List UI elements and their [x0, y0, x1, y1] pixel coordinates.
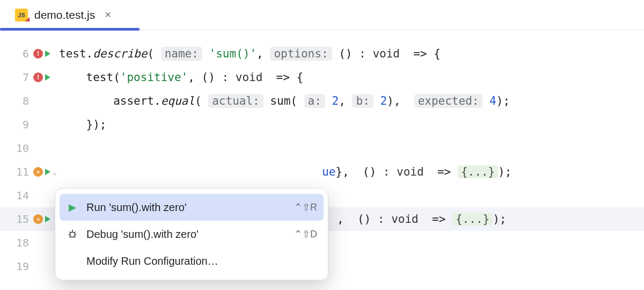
- gutter-icons[interactable]: ✕ ⌄: [33, 160, 59, 184]
- line-number: 15: [0, 207, 33, 231]
- warning-icon[interactable]: ✕: [33, 167, 43, 177]
- error-icon[interactable]: !: [33, 49, 43, 59]
- shortcut: ⌃⇧D: [294, 228, 317, 240]
- gutter-icons[interactable]: !: [33, 73, 59, 82]
- line-number: 11: [0, 160, 33, 184]
- menu-item-label: Debug 'sum().with zero': [86, 228, 199, 241]
- line-number: 14: [0, 184, 33, 207]
- line-number: 9: [0, 113, 33, 136]
- line-number: 8: [0, 89, 33, 113]
- tab-filename: demo.test.js: [34, 9, 95, 21]
- menu-modify-run-config[interactable]: Modify Run Configuration…: [55, 248, 328, 274]
- gutter-icons[interactable]: !: [33, 49, 59, 59]
- context-menu: ▶ Run 'sum().with zero' ⌃⇧R Debug 'sum()…: [55, 188, 328, 280]
- play-icon: ▶: [66, 201, 79, 213]
- line-number: 7: [0, 66, 33, 89]
- run-gutter-icon[interactable]: [45, 216, 50, 222]
- menu-debug[interactable]: Debug 'sum().with zero' ⌃⇧D: [55, 221, 328, 248]
- svg-point-0: [70, 232, 75, 237]
- menu-item-label: Run 'sum().with zero': [86, 201, 187, 214]
- tab-bar: JS demo.test.js ×: [0, 0, 644, 30]
- error-icon[interactable]: !: [33, 73, 43, 82]
- line-number: 19: [0, 255, 33, 278]
- run-gutter-icon[interactable]: [45, 169, 50, 175]
- param-hint: actual:: [208, 94, 264, 108]
- run-gutter-icon[interactable]: [45, 50, 50, 57]
- param-hint: expected:: [414, 94, 483, 108]
- code-fold[interactable]: {...}: [458, 165, 498, 178]
- chevron-down-icon[interactable]: ⌄: [53, 160, 57, 184]
- file-tab[interactable]: JS demo.test.js ×: [8, 0, 119, 30]
- line-number: 6: [0, 42, 33, 66]
- shortcut: ⌃⇧R: [294, 201, 317, 213]
- js-file-icon: JS: [15, 9, 28, 21]
- line-number: 10: [0, 136, 33, 160]
- bug-icon: [66, 228, 79, 240]
- param-hint: b:: [352, 94, 373, 108]
- line-number: 18: [0, 231, 33, 255]
- warning-icon[interactable]: ✕: [33, 214, 43, 224]
- param-hint: name:: [161, 47, 202, 61]
- menu-item-label: Modify Run Configuration…: [86, 255, 218, 267]
- code-fold[interactable]: {...}: [452, 213, 493, 226]
- param-hint: a:: [304, 94, 325, 108]
- menu-run[interactable]: ▶ Run 'sum().with zero' ⌃⇧R: [60, 194, 324, 221]
- close-icon[interactable]: ×: [105, 9, 111, 21]
- run-gutter-icon[interactable]: [45, 74, 50, 81]
- param-hint: options:: [270, 47, 332, 61]
